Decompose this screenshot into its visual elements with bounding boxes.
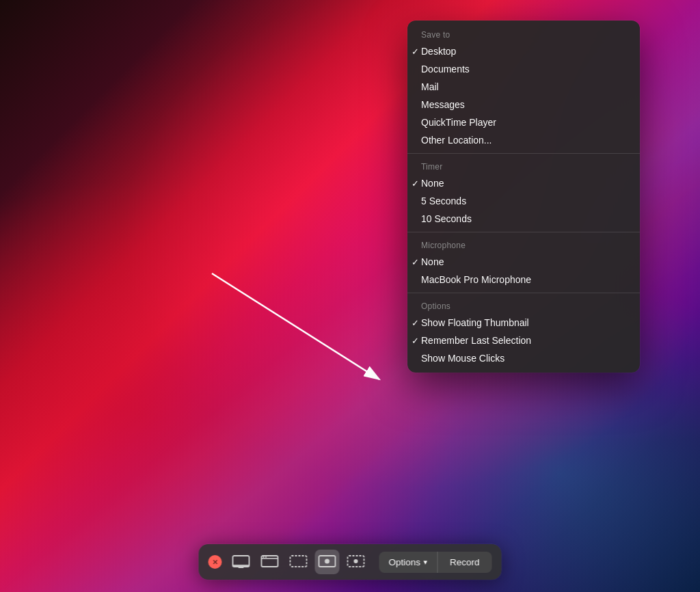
checkmark-mic-none: ✓ bbox=[412, 257, 419, 267]
menu-item-other-location[interactable]: Other Location... bbox=[407, 131, 640, 149]
separator-1 bbox=[407, 153, 640, 154]
options-button[interactable]: Options ▾ bbox=[379, 552, 437, 573]
checkmark-thumbnail: ✓ bbox=[412, 318, 419, 328]
svg-point-8 bbox=[265, 556, 267, 558]
microphone-header: Microphone bbox=[407, 237, 640, 253]
capture-window-button[interactable] bbox=[257, 550, 282, 574]
menu-item-desktop[interactable]: ✓ Desktop bbox=[407, 42, 640, 60]
options-dropdown-menu: Save to ✓ Desktop Documents Mail Message… bbox=[407, 21, 640, 373]
capture-selection-button[interactable] bbox=[286, 550, 310, 574]
menu-item-messages[interactable]: Messages bbox=[407, 96, 640, 113]
menu-item-timer-5sec[interactable]: 5 Seconds bbox=[407, 192, 640, 210]
record-selection-icon bbox=[347, 555, 364, 569]
separator-3 bbox=[407, 293, 640, 293]
svg-rect-4 bbox=[238, 567, 243, 568]
menu-item-documents[interactable]: Documents bbox=[407, 60, 640, 78]
options-header: Options bbox=[407, 297, 640, 314]
svg-point-7 bbox=[262, 556, 264, 558]
menu-item-quicktime[interactable]: QuickTime Player bbox=[407, 113, 640, 131]
record-screen-icon bbox=[318, 555, 336, 569]
save-to-header: Save to bbox=[407, 26, 640, 42]
record-selection-button[interactable] bbox=[343, 550, 368, 574]
capture-selection-icon bbox=[289, 555, 307, 569]
capture-window-icon bbox=[260, 555, 278, 569]
screenshot-toolbar: ✕ bbox=[198, 544, 501, 580]
menu-item-timer-none[interactable]: ✓ None bbox=[407, 174, 640, 192]
menu-item-show-thumbnail[interactable]: ✓ Show Floating Thumbnail bbox=[407, 314, 640, 332]
capture-fullscreen-button[interactable] bbox=[228, 550, 253, 574]
record-screen-button[interactable] bbox=[314, 550, 339, 574]
menu-item-macbook-mic[interactable]: MacBook Pro Microphone bbox=[407, 271, 640, 288]
capture-fullscreen-icon bbox=[232, 555, 250, 569]
svg-rect-9 bbox=[290, 556, 306, 567]
action-buttons: Options ▾ Record bbox=[379, 552, 492, 573]
checkmark-timer-none: ✓ bbox=[412, 178, 419, 189]
separator-2 bbox=[407, 232, 640, 232]
checkmark-desktop: ✓ bbox=[412, 46, 419, 57]
svg-point-13 bbox=[353, 559, 358, 563]
checkmark-remember: ✓ bbox=[412, 336, 419, 346]
menu-item-mail[interactable]: Mail bbox=[407, 78, 640, 96]
menu-item-timer-10sec[interactable]: 10 Seconds bbox=[407, 210, 640, 228]
menu-item-show-mouse[interactable]: Show Mouse Clicks bbox=[407, 349, 640, 367]
close-button[interactable]: ✕ bbox=[208, 555, 221, 569]
record-button[interactable]: Record bbox=[437, 552, 492, 573]
svg-point-11 bbox=[325, 559, 329, 564]
menu-item-remember-selection[interactable]: ✓ Remember Last Selection bbox=[407, 332, 640, 349]
menu-item-mic-none[interactable]: ✓ None bbox=[407, 253, 640, 271]
timer-header: Timer bbox=[407, 158, 640, 174]
